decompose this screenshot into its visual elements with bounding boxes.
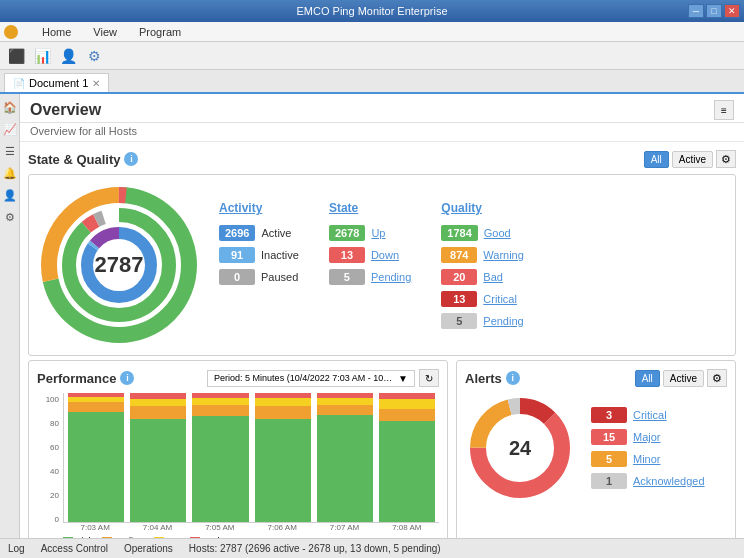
quality-warning-link[interactable]: Warning	[483, 249, 524, 261]
quality-col: Quality 1784 Good 874 Warning 20 Bad	[441, 201, 524, 329]
bar-high-5	[317, 415, 373, 522]
performance-refresh-btn[interactable]: ↻	[419, 369, 439, 387]
state-pending-link[interactable]: Pending	[371, 271, 411, 283]
state-down-badge: 13	[329, 247, 365, 263]
status-log-label: Log	[8, 543, 25, 554]
legend-faulty: Faulty	[190, 536, 227, 538]
donut-center-value: 2787	[95, 252, 144, 278]
sidebar-list-icon[interactable]: ☰	[1, 142, 19, 160]
sidebar-user-icon[interactable]: 👤	[1, 186, 19, 204]
quality-title[interactable]: Quality	[441, 201, 524, 215]
quality-good-link[interactable]: Good	[484, 227, 511, 239]
sidebar: 🏠 📈 ☰ 🔔 👤 ⚙	[0, 94, 20, 538]
donut-chart: 2787	[39, 185, 199, 345]
quality-pending-row: 5 Pending	[441, 313, 524, 329]
state-down-link[interactable]: Down	[371, 249, 399, 261]
alerts-settings-btn[interactable]: ⚙	[707, 369, 727, 387]
menu-view[interactable]: View	[87, 24, 123, 40]
quality-critical-row: 13 Critical	[441, 291, 524, 307]
bar-high-6	[379, 421, 435, 522]
period-label: Period: 5 Minutes (10/4/2022 7:03 AM - 1…	[214, 373, 394, 383]
overview-header: Overview ≡	[20, 94, 744, 123]
tab-bar: 📄 Document 1 ✕	[0, 70, 744, 94]
quality-warning-row: 874 Warning	[441, 247, 524, 263]
legend-faulty-color	[190, 537, 200, 538]
alert-acknowledged-row: 1 Acknowledged	[591, 473, 705, 489]
performance-info-icon[interactable]: i	[120, 371, 134, 385]
app-icon[interactable]	[4, 25, 18, 39]
sq-all-btn[interactable]: All	[644, 151, 669, 168]
legend-low-color	[154, 537, 164, 538]
alerts-panel: Alerts i All Active ⚙	[456, 360, 736, 538]
status-log-tab[interactable]: Log	[8, 543, 25, 554]
sq-info-icon[interactable]: i	[124, 152, 138, 166]
activity-paused-row: 0 Paused	[219, 269, 299, 285]
activity-active-row: 2696 Active	[219, 225, 299, 241]
tab-document1[interactable]: 📄 Document 1 ✕	[4, 73, 109, 92]
bar-chart	[63, 393, 439, 523]
activity-inactive-badge: 91	[219, 247, 255, 263]
activity-inactive-label: Inactive	[261, 249, 299, 261]
state-quality-section: State & Quality i All Active ⚙	[20, 142, 744, 360]
alert-critical-row: 3 Critical	[591, 407, 705, 423]
toolbar-icon-4[interactable]: ⚙	[82, 44, 106, 68]
state-pending-row: 5 Pending	[329, 269, 411, 285]
alerts-all-btn[interactable]: All	[635, 370, 660, 387]
menu-bar: Home View Program	[0, 22, 744, 42]
toolbar-icon-2[interactable]: 📊	[30, 44, 54, 68]
status-operations-tab[interactable]: Operations	[124, 543, 173, 554]
alerts-active-btn[interactable]: Active	[663, 370, 704, 387]
legend-high: High	[63, 536, 94, 538]
sq-settings-btn[interactable]: ⚙	[716, 150, 736, 168]
state-pending-badge: 5	[329, 269, 365, 285]
activity-active-label: Active	[261, 227, 291, 239]
quality-bad-link[interactable]: Bad	[483, 271, 503, 283]
x-label-6: 7:08 AM	[379, 523, 435, 532]
period-selector[interactable]: Period: 5 Minutes (10/4/2022 7:03 AM - 1…	[207, 370, 415, 387]
menu-program[interactable]: Program	[133, 24, 187, 40]
alert-minor-link[interactable]: Minor	[633, 453, 661, 465]
close-button[interactable]: ✕	[724, 4, 740, 18]
stats-area: Activity 2696 Active 91 Inactive 0 Pause…	[219, 201, 725, 329]
menu-home[interactable]: Home	[36, 24, 77, 40]
alert-critical-link[interactable]: Critical	[633, 409, 667, 421]
legend-faulty-label: Faulty	[202, 536, 227, 538]
status-access-tab[interactable]: Access Control	[41, 543, 108, 554]
bar-high-2	[130, 419, 186, 522]
sidebar-chart-icon[interactable]: 📈	[1, 120, 19, 138]
quality-critical-link[interactable]: Critical	[483, 293, 517, 305]
legend-high-label: High	[75, 536, 94, 538]
state-up-link[interactable]: Up	[371, 227, 385, 239]
sidebar-alert-icon[interactable]: 🔔	[1, 164, 19, 182]
alert-ack-link[interactable]: Acknowledged	[633, 475, 705, 487]
bar-high-1	[68, 412, 124, 522]
legend-low: Low	[154, 536, 183, 538]
toolbar: ⬛ 📊 👤 ⚙	[0, 42, 744, 70]
legend-medium: Medium	[102, 536, 146, 538]
activity-active-badge: 2696	[219, 225, 255, 241]
activity-title: Activity	[219, 201, 299, 215]
minimize-button[interactable]: ─	[688, 4, 704, 18]
sidebar-settings-icon[interactable]: ⚙	[1, 208, 19, 226]
maximize-button[interactable]: □	[706, 4, 722, 18]
y-label-40: 40	[39, 467, 59, 476]
bar-medium-2	[130, 406, 186, 419]
toolbar-icon-1[interactable]: ⬛	[4, 44, 28, 68]
y-label-0: 0	[39, 515, 59, 524]
main-content: Overview ≡ Overview for all Hosts State …	[20, 94, 744, 538]
tab-label: Document 1	[29, 77, 88, 89]
alerts-info-icon[interactable]: i	[506, 371, 520, 385]
sq-card: 2787 Activity 2696 Active 91 Inacti	[28, 174, 736, 356]
tab-close-btn[interactable]: ✕	[92, 78, 100, 89]
overview-menu-btn[interactable]: ≡	[714, 100, 734, 120]
y-label-60: 60	[39, 443, 59, 452]
y-label-80: 80	[39, 419, 59, 428]
sidebar-overview-icon[interactable]: 🏠	[1, 98, 19, 116]
state-title[interactable]: State	[329, 201, 411, 215]
quality-pending-link[interactable]: Pending	[483, 315, 523, 327]
toolbar-icon-3[interactable]: 👤	[56, 44, 80, 68]
bar-chart-container: 100 80 60 40 20 0	[37, 393, 439, 538]
alert-major-link[interactable]: Major	[633, 431, 661, 443]
bar-medium-1	[68, 402, 124, 412]
sq-active-btn[interactable]: Active	[672, 151, 713, 168]
